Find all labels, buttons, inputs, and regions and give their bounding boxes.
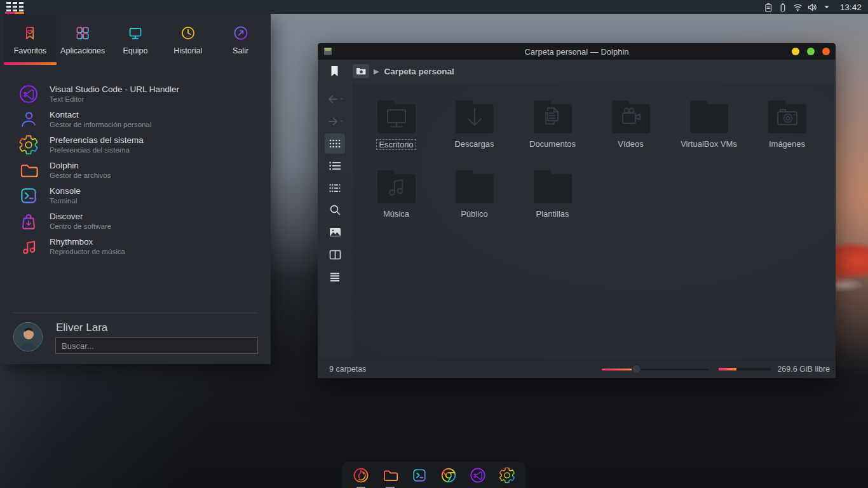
folder-view[interactable]: Escritorio Descargas [352, 83, 836, 360]
folder-monitor-icon [376, 99, 417, 135]
home-breadcrumb-button[interactable] [353, 64, 369, 78]
folder-name: Público [461, 209, 488, 219]
tab-aplicaciones[interactable]: Aplicaciones [57, 14, 109, 65]
search-button[interactable] [318, 199, 352, 221]
close-button[interactable] [822, 48, 830, 55]
dock-firefox[interactable] [352, 466, 370, 484]
maximize-button[interactable] [807, 48, 815, 55]
app-description: Gestor de información personal [50, 120, 151, 129]
app-item-konsole[interactable]: Konsole Terminal [0, 183, 271, 208]
folder-item-descargas[interactable]: Descargas [435, 94, 513, 164]
folder-icon [454, 169, 495, 205]
avatar[interactable] [13, 322, 43, 351]
folder-document-icon [532, 99, 573, 135]
tab-label: Historial [173, 46, 202, 55]
app-launcher-button[interactable] [0, 0, 29, 14]
top-panel: 13:42 [0, 0, 868, 14]
split-view-button[interactable] [318, 243, 352, 266]
app-description: Reproductor de música [50, 247, 125, 256]
favorites-app-list: Visual Studio Code - URL Handler Text Ed… [0, 81, 271, 259]
forward-button[interactable] [318, 110, 352, 132]
tab-favoritos[interactable]: Favoritos [4, 14, 57, 65]
folder-item-imagenes[interactable]: Imágenes [748, 94, 826, 164]
tab-label: Salir [233, 46, 248, 55]
music-note-icon [18, 236, 39, 257]
folder-item-videos[interactable]: Vídeos [592, 94, 670, 164]
app-item-kontact[interactable]: Kontact Gestor de información personal [0, 107, 271, 132]
dock-vscode[interactable] [469, 466, 487, 484]
breadcrumb-location[interactable]: Carpeta personal [384, 67, 454, 76]
folder-item-publico[interactable]: Público [435, 164, 513, 234]
bookmark-heart-icon [21, 24, 39, 42]
app-item-vscode[interactable]: Visual Studio Code - URL Handler Text Ed… [0, 81, 271, 107]
details-view-button[interactable] [318, 177, 352, 199]
dock-terminal[interactable] [410, 466, 428, 484]
dock-file-manager[interactable] [381, 466, 399, 484]
dock-settings[interactable] [498, 466, 516, 484]
bookmark-icon[interactable] [330, 65, 339, 77]
folder-download-icon [454, 99, 495, 135]
bag-download-icon [18, 210, 39, 232]
app-grid-icon [6, 2, 24, 11]
caret-down-icon[interactable] [822, 2, 832, 13]
folder-icon [18, 159, 39, 181]
back-button[interactable] [318, 88, 352, 110]
vscode-icon [469, 466, 487, 484]
breadcrumb-chevron-icon: ▶ [374, 67, 379, 76]
app-grid-icon [74, 24, 92, 42]
app-description: Preferencias del sistema [50, 146, 144, 154]
folder-icon [689, 99, 729, 135]
app-item-discover[interactable]: Discover Centro de software [0, 208, 271, 234]
folder-item-virtualbox[interactable]: VirtualBox VMs [670, 94, 748, 164]
gear-icon [498, 466, 516, 484]
folder-name: Plantillas [536, 209, 569, 219]
location-toolbar: ▶ Carpeta personal [318, 60, 836, 83]
menu-button[interactable] [318, 266, 352, 288]
app-item-preferencias[interactable]: Preferencias del sistema Preferencias de… [0, 132, 271, 158]
minimize-button[interactable] [792, 48, 799, 55]
folder-item-plantillas[interactable]: Plantillas [513, 164, 592, 234]
app-name: Konsole [50, 186, 81, 196]
panel-clock[interactable]: 13:42 [840, 3, 862, 12]
zoom-slider[interactable] [602, 369, 709, 370]
folder-item-documentos[interactable]: Documentos [513, 94, 592, 164]
dock-chrome[interactable] [440, 466, 458, 484]
tab-label: Aplicaciones [60, 46, 105, 55]
divider [13, 313, 258, 313]
zoom-slider-handle[interactable] [632, 365, 641, 374]
battery-icon[interactable] [778, 2, 789, 13]
search-input[interactable] [55, 337, 258, 354]
chrome-icon [440, 466, 458, 484]
free-space-bar [719, 368, 771, 370]
folder-name: Vídeos [618, 139, 643, 149]
gear-icon [18, 134, 39, 156]
tab-salir[interactable]: Salir [214, 14, 267, 65]
tab-label: Equipo [123, 46, 148, 55]
volume-icon[interactable] [807, 2, 818, 13]
tab-equipo[interactable]: Equipo [109, 14, 162, 65]
folder-name: Escritorio [376, 139, 416, 150]
search-icon [329, 204, 341, 216]
tab-historial[interactable]: Historial [161, 14, 214, 65]
items-count: 9 carpetas [329, 365, 366, 374]
folder-item-musica[interactable]: Música [357, 164, 435, 234]
app-item-dolphin[interactable]: Dolphin Gestor de archivos [0, 158, 271, 183]
folder-video-icon [611, 99, 651, 135]
details-view-icon [329, 183, 341, 193]
compact-view-button[interactable] [318, 154, 352, 177]
logout-icon [232, 24, 250, 42]
folder-music-icon [376, 169, 417, 205]
app-item-rhythmbox[interactable]: Rhythmbox Reproductor de música [0, 234, 271, 259]
folder-camera-icon [767, 99, 808, 135]
folder-item-escritorio[interactable]: Escritorio [357, 94, 435, 164]
clipboard-icon[interactable] [763, 2, 774, 13]
network-icon[interactable] [792, 2, 803, 13]
preview-image-icon [329, 227, 341, 237]
icons-view-button[interactable] [318, 132, 352, 154]
window-titlebar[interactable]: Carpeta personal — Dolphin [318, 43, 836, 60]
preview-button[interactable] [318, 221, 352, 243]
folder-name: Descargas [454, 139, 494, 149]
home-folder-icon [356, 67, 367, 76]
split-view-icon [329, 250, 341, 260]
dolphin-window: Carpeta personal — Dolphin ▶ Carpeta per… [318, 43, 836, 378]
